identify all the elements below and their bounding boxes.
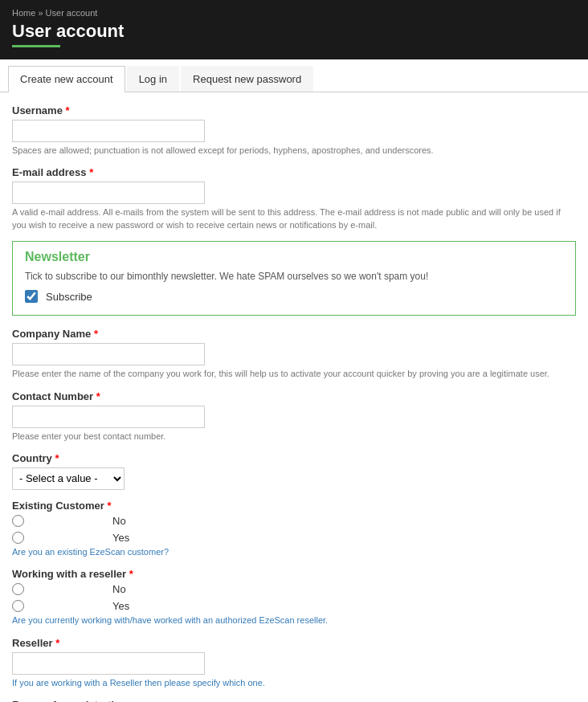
company-name-input[interactable] — [12, 343, 205, 365]
reason-label: Reason for registration — [12, 699, 576, 702]
company-name-group: Company Name * Please enter the name of … — [12, 328, 576, 380]
existing-customer-help-link[interactable]: Are you an existing EzeScan customer? — [12, 547, 169, 557]
existing-customer-yes-radio[interactable] — [12, 532, 24, 544]
username-group: Username * Spaces are allowed; punctuati… — [12, 104, 576, 157]
reseller-working-no-label: No — [112, 583, 137, 595]
existing-customer-no-radio[interactable] — [12, 515, 24, 527]
reseller-working-group: Working with a reseller * No Yes Are you… — [12, 568, 576, 626]
company-name-help: Please enter the name of the company you… — [12, 368, 574, 380]
username-label: Username * — [12, 104, 576, 116]
reseller-working-help: Are you currently working with/have work… — [12, 614, 574, 626]
username-help: Spaces are allowed; punctuation is not a… — [12, 145, 574, 157]
existing-customer-group: Existing Customer * No Yes Are you an ex… — [12, 500, 576, 558]
country-group: Country * - Select a value - — [12, 452, 576, 490]
subscribe-checkbox[interactable] — [25, 290, 38, 303]
newsletter-description: Tick to subscribe to our bimonthly newsl… — [25, 271, 563, 282]
subscribe-label: Subscribe — [46, 291, 92, 303]
page-title: User account — [12, 21, 576, 42]
email-group: E-mail address * A valid e-mail address.… — [12, 166, 576, 231]
main-content: Username * Spaces are allowed; punctuati… — [0, 92, 588, 702]
existing-customer-help: Are you an existing EzeScan customer? — [12, 546, 574, 558]
contact-number-help: Please enter your best contact number. — [12, 431, 574, 443]
subscribe-row: Subscribe — [25, 290, 563, 303]
reseller-working-yes-label: Yes — [112, 600, 137, 612]
newsletter-title: Newsletter — [25, 250, 563, 264]
reseller-label: Reseller * — [12, 637, 576, 649]
reseller-input[interactable] — [12, 652, 205, 675]
reseller-working-yes-row: Yes — [12, 600, 576, 612]
reseller-working-label: Working with a reseller * — [12, 568, 576, 580]
existing-customer-no-label: No — [112, 515, 137, 527]
existing-customer-label: Existing Customer * — [12, 500, 576, 512]
email-label: E-mail address * — [12, 166, 576, 178]
page-header: Home » User account User account — [0, 0, 588, 59]
reseller-working-yes-radio[interactable] — [12, 600, 24, 612]
tab-bar: Create new account Log in Request new pa… — [0, 66, 588, 92]
tab-create-account[interactable]: Create new account — [8, 66, 125, 92]
contact-number-input[interactable] — [12, 406, 205, 428]
country-label: Country * — [12, 452, 576, 464]
email-input[interactable] — [12, 182, 205, 204]
existing-customer-no-row: No — [12, 515, 576, 527]
existing-customer-yes-row: Yes — [12, 532, 576, 544]
reason-group: Reason for registration Please let us kn… — [12, 699, 576, 702]
reseller-working-help-link[interactable]: Are you currently working with/have work… — [12, 615, 328, 625]
contact-number-label: Contact Number * — [12, 390, 576, 402]
reseller-help: If you are working with a Reseller then … — [12, 677, 574, 689]
breadcrumb-home[interactable]: Home — [12, 8, 35, 18]
tab-login[interactable]: Log in — [127, 66, 179, 92]
existing-customer-radios: No Yes — [12, 515, 576, 544]
tab-request-password[interactable]: Request new password — [181, 66, 313, 92]
email-help: A valid e-mail address. All e-mails from… — [12, 206, 574, 231]
existing-customer-yes-label: Yes — [112, 532, 137, 544]
breadcrumb: Home » User account — [12, 8, 576, 18]
reseller-working-no-radio[interactable] — [12, 583, 24, 595]
username-input[interactable] — [12, 120, 205, 142]
contact-number-group: Contact Number * Please enter your best … — [12, 390, 576, 443]
country-select[interactable]: - Select a value - — [12, 467, 125, 490]
newsletter-section: Newsletter Tick to subscribe to our bimo… — [12, 241, 576, 316]
reseller-working-no-row: No — [12, 583, 576, 595]
company-name-label: Company Name * — [12, 328, 576, 340]
reseller-help-link[interactable]: If you are working with a Reseller then … — [12, 678, 265, 688]
breadcrumb-current: User account — [46, 8, 98, 18]
reseller-group: Reseller * If you are working with a Res… — [12, 637, 576, 689]
title-underline — [12, 45, 60, 47]
reseller-working-radios: No Yes — [12, 583, 576, 612]
